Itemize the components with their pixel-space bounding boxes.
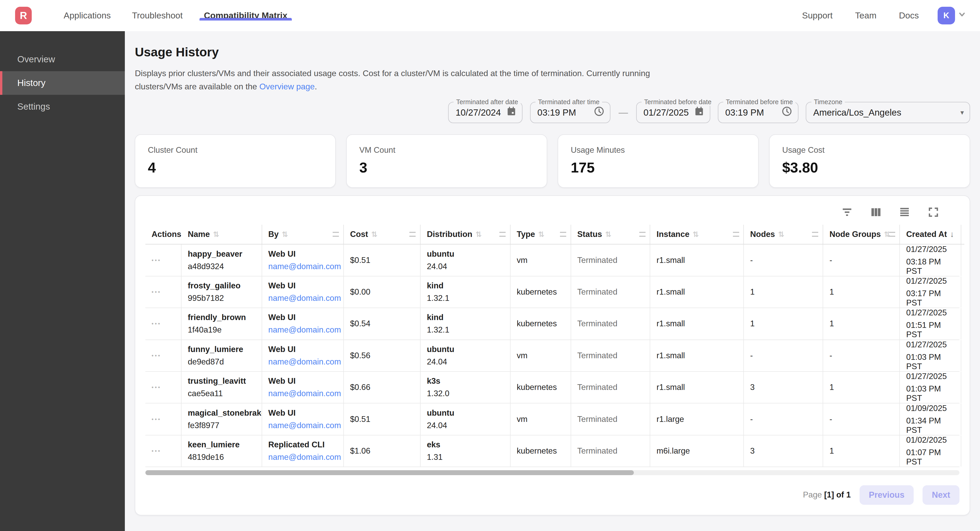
created-time: 01:03 PM PST (906, 352, 954, 371)
calendar-icon[interactable] (689, 106, 704, 119)
account-menu[interactable]: K (938, 7, 966, 24)
cell-cost: $0.56 (344, 340, 420, 371)
nav-tab-compatibility-matrix[interactable]: Compatibility Matrix (193, 11, 298, 21)
page-description-suffix: . (315, 82, 317, 91)
created-by-email-link[interactable]: name@domain.com (269, 453, 337, 462)
previous-page-button[interactable]: Previous (859, 485, 914, 505)
cell-nodes: - (744, 244, 823, 276)
column-header[interactable]: Name ⇅ (181, 225, 262, 244)
cell-distribution: ubuntu 24.04 (420, 244, 511, 276)
cell-instance: m6i.large (650, 435, 744, 467)
cell-status: Terminated (571, 244, 651, 276)
sidebar-item-history[interactable]: History (0, 71, 125, 95)
cell-by: Web UI name@domain.com (262, 244, 344, 276)
row-actions-button[interactable]: ••• (152, 416, 175, 423)
created-by-email-link[interactable]: name@domain.com (269, 262, 337, 271)
column-menu-icon[interactable] (409, 232, 415, 237)
timezone-select[interactable]: Timezone America/Los_Angeles ▾ (806, 102, 970, 123)
page-description-line2: clusters/VMs are available on the (135, 82, 259, 91)
distribution-name: kind (427, 313, 504, 322)
sort-icon[interactable]: ⇅ (282, 230, 288, 239)
sidebar-item-overview[interactable]: Overview (0, 47, 125, 71)
fullscreen-icon[interactable] (927, 206, 939, 219)
calendar-icon[interactable] (501, 106, 517, 119)
column-menu-icon[interactable] (332, 232, 339, 237)
column-menu-icon[interactable] (639, 232, 646, 237)
created-by-email-link[interactable]: name@domain.com (269, 325, 337, 334)
stat-label: Cluster Count (148, 146, 323, 155)
row-actions-button[interactable]: ••• (152, 352, 175, 359)
nav-tab-applications[interactable]: Applications (53, 11, 121, 21)
sort-icon[interactable]: ⇅ (476, 230, 482, 239)
column-header[interactable]: Cost ⇅ (344, 225, 420, 244)
cell-distribution: eks 1.31 (420, 435, 511, 467)
cell-node-groups: 1 (823, 372, 900, 403)
nav-link-support[interactable]: Support (791, 11, 844, 21)
column-header[interactable]: Status ⇅ (571, 225, 651, 244)
sidebar-item-settings[interactable]: Settings (0, 95, 125, 119)
nav-tab-troubleshoot[interactable]: Troubleshoot (121, 11, 193, 21)
column-header[interactable]: Actions (145, 225, 181, 244)
sort-icon[interactable]: ⇅ (371, 230, 377, 239)
column-header[interactable]: Nodes ⇅ (744, 225, 823, 244)
column-header[interactable]: Node Groups ⇅ (823, 225, 900, 244)
row-actions-button[interactable]: ••• (152, 320, 175, 327)
terminated-before-time-value[interactable]: 03:19 PM (725, 107, 776, 118)
overview-page-link[interactable]: Overview page (259, 82, 315, 91)
density-icon[interactable] (898, 206, 911, 219)
horizontal-scrollbar-thumb[interactable] (145, 470, 634, 475)
stat-cards: Cluster Count 4 VM Count 3 Usage Minutes… (135, 134, 970, 188)
row-actions-button[interactable]: ••• (152, 448, 175, 454)
cell-created-at: 01/27/2025 03:17 PM PST (900, 276, 961, 308)
cell-instance: r1.small (650, 308, 744, 339)
created-by-email-link[interactable]: name@domain.com (269, 421, 337, 430)
row-actions-button[interactable]: ••• (152, 288, 175, 295)
terminated-after-date-input[interactable]: Terminated after date 10/27/2024 (448, 102, 522, 123)
column-menu-icon[interactable] (560, 232, 566, 237)
columns-icon[interactable] (870, 206, 882, 219)
dropdown-caret-icon[interactable]: ▾ (961, 108, 964, 117)
column-header[interactable]: Created At ↓ (900, 225, 961, 244)
avatar[interactable]: K (938, 7, 955, 24)
cell-distribution: ubuntu 24.04 (420, 403, 511, 434)
table-row: ••• funny_lumiere de9ed87d Web UI name@d… (145, 340, 959, 372)
column-header[interactable]: Distribution ⇅ (420, 225, 511, 244)
filter-icon[interactable] (841, 206, 853, 219)
timezone-value[interactable]: America/Los_Angeles (813, 107, 956, 118)
row-actions-button[interactable]: ••• (152, 384, 175, 391)
terminated-after-time-value[interactable]: 03:19 PM (537, 107, 589, 118)
cell-created-at: 01/02/2025 01:07 PM PST (900, 435, 961, 467)
terminated-after-time-input[interactable]: Terminated after time 03:19 PM (530, 102, 611, 123)
sort-icon[interactable]: ⇅ (778, 230, 784, 239)
table-body: ••• happy_beaver a48d9324 Web UI name@do… (145, 244, 965, 467)
next-page-button[interactable]: Next (923, 485, 959, 505)
column-menu-icon[interactable] (500, 232, 506, 237)
row-actions-button[interactable]: ••• (152, 257, 175, 264)
sort-icon[interactable]: ⇅ (605, 230, 611, 239)
terminated-before-date-input[interactable]: Terminated before date 01/27/2025 (636, 102, 711, 123)
column-menu-icon[interactable] (812, 232, 818, 237)
clock-icon[interactable] (776, 106, 792, 119)
sort-icon[interactable]: ⇅ (693, 230, 699, 239)
replicated-logo[interactable]: R (15, 7, 32, 24)
node-groups-value: 1 (829, 319, 893, 328)
nav-link-docs[interactable]: Docs (888, 11, 930, 21)
terminated-before-time-input[interactable]: Terminated before time 03:19 PM (718, 102, 799, 123)
terminated-before-date-value[interactable]: 01/27/2025 (643, 107, 689, 118)
terminated-after-date-value[interactable]: 10/27/2024 (456, 107, 501, 118)
created-by-email-link[interactable]: name@domain.com (269, 357, 337, 366)
cell-by: Web UI name@domain.com (262, 276, 344, 308)
column-header[interactable]: Instance ⇅ (650, 225, 744, 244)
created-by-email-link[interactable]: name@domain.com (269, 293, 337, 303)
created-by-email-link[interactable]: name@domain.com (269, 389, 337, 398)
sort-icon[interactable]: ↓ (950, 230, 954, 239)
sort-icon[interactable]: ⇅ (538, 230, 544, 239)
sort-icon[interactable]: ⇅ (213, 230, 219, 239)
column-header[interactable]: By ⇅ (262, 225, 344, 244)
instance-value: r1.small (657, 256, 737, 265)
column-menu-icon[interactable] (889, 232, 895, 237)
column-header[interactable]: Type ⇅ (511, 225, 571, 244)
clock-icon[interactable] (589, 106, 605, 119)
column-menu-icon[interactable] (733, 232, 739, 237)
nav-link-team[interactable]: Team (844, 11, 888, 21)
